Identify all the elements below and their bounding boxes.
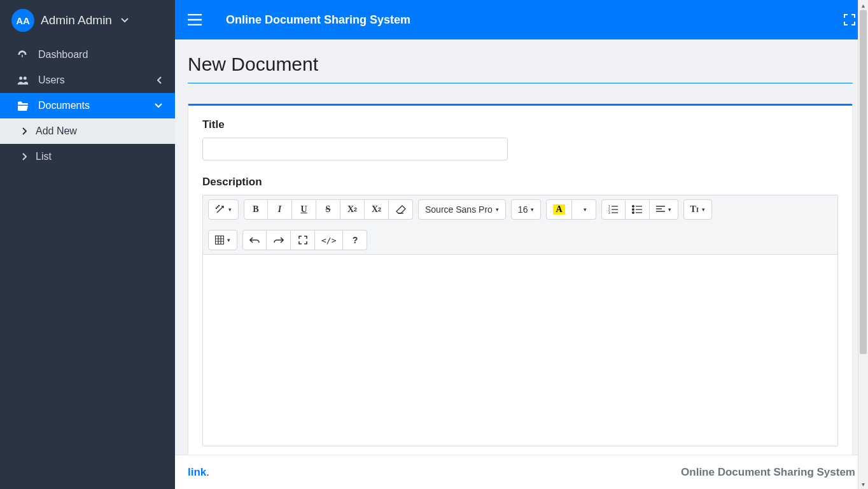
subnav-add-new-label: Add New: [36, 125, 77, 137]
editor-toolbar: ▾ B I U S X2 X2: [203, 195, 837, 255]
caret-down-icon: ▾: [496, 206, 499, 213]
heading-button[interactable]: TI ▾: [683, 199, 712, 220]
ordered-list-button[interactable]: 123: [601, 199, 626, 220]
chevron-down-icon: [155, 103, 162, 108]
underline-button[interactable]: U: [292, 199, 316, 220]
font-color-a: A: [553, 204, 564, 215]
italic-button[interactable]: I: [268, 199, 292, 220]
title-divider: [188, 83, 853, 83]
subnav-add-new[interactable]: Add New: [0, 118, 175, 144]
nav-list: Dashboard Users Documents: [0, 42, 175, 118]
users-icon: [17, 74, 29, 86]
bold-button[interactable]: B: [244, 199, 268, 220]
footer-link[interactable]: link: [188, 466, 206, 479]
code-view-button[interactable]: </>: [315, 230, 343, 250]
nav-documents[interactable]: Documents: [0, 93, 175, 118]
svg-point-1: [24, 76, 27, 80]
magic-button[interactable]: ▾: [208, 199, 239, 220]
sidebar: AA Admin Admin Dashboard Users: [0, 0, 175, 489]
field-description-block: Description ▾ B: [202, 176, 838, 446]
font-size-select[interactable]: 16 ▾: [511, 199, 542, 220]
editor-textarea[interactable]: [203, 255, 837, 446]
caret-down-icon: ▾: [228, 206, 232, 213]
svg-point-0: [19, 76, 22, 80]
title-label: Title: [202, 118, 838, 131]
user-name: Admin Admin: [41, 13, 112, 27]
page-title: New Document: [188, 53, 853, 75]
nav-documents-sub: Add New List: [0, 118, 175, 169]
caret-down-icon: ▾: [702, 206, 705, 213]
svg-point-2: [217, 206, 218, 207]
svg-point-8: [633, 206, 634, 208]
font-color-more-button[interactable]: ▾: [572, 199, 596, 220]
content: New Document Title Description: [175, 39, 868, 455]
description-label: Description: [202, 176, 838, 188]
eraser-button[interactable]: [389, 199, 413, 220]
chevron-right-icon: [22, 127, 27, 135]
caret-down-icon: ▾: [668, 206, 671, 213]
page-brand: Online Document Sharing System: [226, 13, 410, 27]
chevron-right-icon: [22, 153, 27, 160]
help-button[interactable]: ?: [343, 230, 367, 250]
form-card: Title Description ▾: [188, 104, 853, 455]
table-button[interactable]: ▾: [208, 230, 237, 250]
folder-open-icon: [17, 101, 29, 111]
scrollbar[interactable]: ▴ ▾: [858, 0, 868, 489]
subnav-list-label: List: [36, 151, 52, 162]
nav-documents-label: Documents: [38, 100, 90, 111]
hamburger-icon[interactable]: [188, 14, 203, 25]
scroll-down-icon[interactable]: ▾: [858, 479, 868, 489]
subscript-button[interactable]: X2: [365, 199, 389, 220]
avatar: AA: [11, 9, 34, 32]
nav-dashboard-label: Dashboard: [38, 49, 88, 60]
font-size-label: 16: [518, 204, 528, 215]
svg-text:3: 3: [608, 211, 610, 214]
scroll-up-icon[interactable]: ▴: [858, 0, 868, 10]
svg-point-9: [633, 209, 634, 211]
svg-rect-11: [216, 236, 224, 244]
nav-users[interactable]: Users: [0, 67, 175, 93]
svg-point-4: [216, 208, 216, 208]
caret-down-icon: [121, 18, 129, 23]
user-menu[interactable]: AA Admin Admin: [0, 0, 175, 42]
editor: ▾ B I U S X2 X2: [202, 195, 838, 446]
subnav-list[interactable]: List: [0, 144, 175, 169]
main: Online Document Sharing System New Docum…: [175, 0, 868, 489]
nav-dashboard[interactable]: Dashboard: [0, 42, 175, 67]
title-input[interactable]: [202, 138, 508, 160]
strike-button[interactable]: S: [316, 199, 340, 220]
footer-right-text: Online Document Sharing System: [681, 466, 855, 479]
unordered-list-button[interactable]: [626, 199, 650, 220]
field-title-block: Title: [202, 118, 838, 160]
caret-down-icon: ▾: [531, 206, 534, 213]
dashboard-icon: [17, 49, 29, 60]
fullscreen-icon[interactable]: [844, 14, 855, 25]
fullscreen-editor-button[interactable]: [291, 230, 315, 250]
heading-glyph: T: [690, 204, 696, 215]
footer-dot: .: [206, 466, 209, 479]
font-family-label: Source Sans Pro: [425, 204, 493, 215]
superscript-button[interactable]: X2: [340, 199, 365, 220]
chevron-left-icon: [157, 76, 162, 84]
font-family-select[interactable]: Source Sans Pro ▾: [418, 199, 506, 220]
nav-users-label: Users: [38, 74, 65, 86]
scroll-thumb[interactable]: [860, 10, 867, 354]
font-color-button[interactable]: A: [546, 199, 571, 220]
svg-point-10: [633, 212, 634, 214]
caret-down-icon: ▾: [584, 206, 587, 213]
redo-button[interactable]: [267, 230, 291, 250]
footer: link. Online Document Sharing System: [175, 455, 868, 489]
undo-button[interactable]: [242, 230, 267, 250]
align-button[interactable]: ▾: [650, 199, 678, 220]
caret-down-icon: ▾: [227, 237, 230, 243]
svg-point-3: [218, 205, 219, 206]
topbar: Online Document Sharing System: [175, 0, 868, 39]
